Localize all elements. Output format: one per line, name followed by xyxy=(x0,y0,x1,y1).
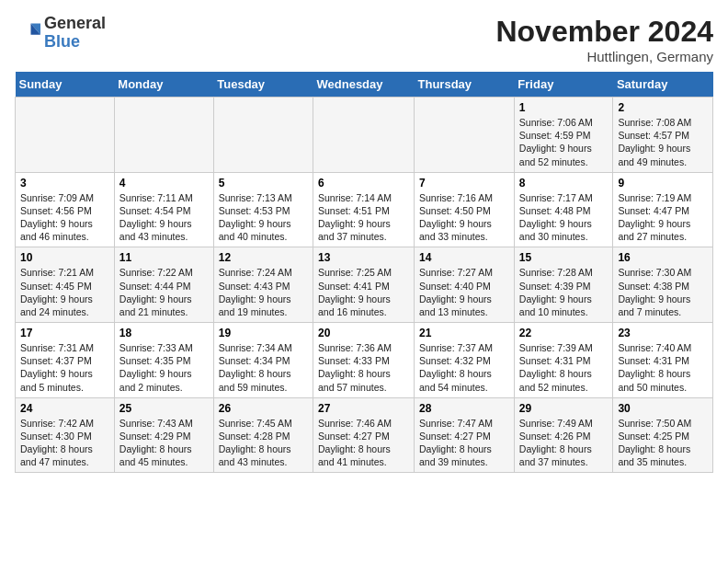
day-info: Sunrise: 7:45 AM Sunset: 4:28 PM Dayligh… xyxy=(219,417,308,469)
col-header-monday: Monday xyxy=(114,72,213,98)
day-number: 1 xyxy=(519,101,609,114)
day-cell: 21Sunrise: 7:37 AM Sunset: 4:32 PM Dayli… xyxy=(415,323,515,398)
day-cell: 25Sunrise: 7:43 AM Sunset: 4:29 PM Dayli… xyxy=(114,397,213,473)
day-cell: 2Sunrise: 7:08 AM Sunset: 4:57 PM Daylig… xyxy=(613,98,713,173)
day-cell: 14Sunrise: 7:27 AM Sunset: 4:40 PM Dayli… xyxy=(415,247,515,323)
logo-text: General Blue xyxy=(44,15,106,52)
day-info: Sunrise: 7:30 AM Sunset: 4:38 PM Dayligh… xyxy=(618,266,708,318)
day-number: 14 xyxy=(419,251,509,264)
day-info: Sunrise: 7:22 AM Sunset: 4:44 PM Dayligh… xyxy=(119,266,209,318)
day-number: 30 xyxy=(618,402,708,415)
page-header: General Blue November 2024 Huttlingen, G… xyxy=(15,15,713,64)
day-number: 16 xyxy=(618,251,708,264)
logo: General Blue xyxy=(15,15,106,52)
day-info: Sunrise: 7:33 AM Sunset: 4:35 PM Dayligh… xyxy=(119,341,209,394)
col-header-sunday: Sunday xyxy=(16,72,115,98)
day-cell: 11Sunrise: 7:22 AM Sunset: 4:44 PM Dayli… xyxy=(114,247,213,323)
day-number: 27 xyxy=(318,402,409,415)
day-cell: 7Sunrise: 7:16 AM Sunset: 4:50 PM Daylig… xyxy=(415,172,515,247)
col-header-saturday: Saturday xyxy=(613,72,713,98)
day-number: 24 xyxy=(20,402,109,415)
day-cell xyxy=(16,98,115,173)
day-info: Sunrise: 7:36 AM Sunset: 4:33 PM Dayligh… xyxy=(318,341,409,394)
month-title: November 2024 xyxy=(495,15,713,49)
day-number: 22 xyxy=(519,327,609,339)
day-number: 13 xyxy=(318,251,409,264)
col-header-thursday: Thursday xyxy=(415,72,515,98)
week-row-5: 24Sunrise: 7:42 AM Sunset: 4:30 PM Dayli… xyxy=(16,397,713,473)
day-info: Sunrise: 7:11 AM Sunset: 4:54 PM Dayligh… xyxy=(119,191,209,244)
day-cell xyxy=(213,98,313,173)
day-number: 4 xyxy=(119,177,209,190)
day-cell: 6Sunrise: 7:14 AM Sunset: 4:51 PM Daylig… xyxy=(313,172,415,247)
day-cell: 17Sunrise: 7:31 AM Sunset: 4:37 PM Dayli… xyxy=(16,323,115,398)
header-row: SundayMondayTuesdayWednesdayThursdayFrid… xyxy=(16,72,713,98)
day-number: 11 xyxy=(119,251,209,264)
day-cell: 29Sunrise: 7:49 AM Sunset: 4:26 PM Dayli… xyxy=(514,397,613,473)
col-header-wednesday: Wednesday xyxy=(313,72,415,98)
day-cell: 22Sunrise: 7:39 AM Sunset: 4:31 PM Dayli… xyxy=(514,323,613,398)
week-row-1: 1Sunrise: 7:06 AM Sunset: 4:59 PM Daylig… xyxy=(16,98,713,173)
day-cell: 12Sunrise: 7:24 AM Sunset: 4:43 PM Dayli… xyxy=(213,247,313,323)
title-block: November 2024 Huttlingen, Germany xyxy=(495,15,713,64)
logo-blue: Blue xyxy=(44,33,106,52)
day-number: 21 xyxy=(419,327,509,339)
day-number: 5 xyxy=(219,177,308,190)
day-number: 17 xyxy=(20,327,109,339)
day-info: Sunrise: 7:50 AM Sunset: 4:25 PM Dayligh… xyxy=(618,417,708,469)
day-info: Sunrise: 7:37 AM Sunset: 4:32 PM Dayligh… xyxy=(419,341,509,394)
day-number: 19 xyxy=(219,327,308,339)
col-header-tuesday: Tuesday xyxy=(213,72,313,98)
day-cell: 3Sunrise: 7:09 AM Sunset: 4:56 PM Daylig… xyxy=(16,172,115,247)
day-info: Sunrise: 7:13 AM Sunset: 4:53 PM Dayligh… xyxy=(219,191,308,244)
day-cell: 27Sunrise: 7:46 AM Sunset: 4:27 PM Dayli… xyxy=(313,397,415,473)
week-row-4: 17Sunrise: 7:31 AM Sunset: 4:37 PM Dayli… xyxy=(16,323,713,398)
day-number: 10 xyxy=(20,251,109,264)
day-number: 25 xyxy=(119,402,209,415)
day-info: Sunrise: 7:06 AM Sunset: 4:59 PM Dayligh… xyxy=(519,116,609,168)
day-number: 18 xyxy=(119,327,209,339)
day-cell: 16Sunrise: 7:30 AM Sunset: 4:38 PM Dayli… xyxy=(613,247,713,323)
day-number: 8 xyxy=(519,177,609,190)
day-number: 6 xyxy=(318,177,409,190)
day-number: 3 xyxy=(20,177,109,190)
day-number: 9 xyxy=(618,177,708,190)
week-row-2: 3Sunrise: 7:09 AM Sunset: 4:56 PM Daylig… xyxy=(16,172,713,247)
day-info: Sunrise: 7:27 AM Sunset: 4:40 PM Dayligh… xyxy=(419,266,509,318)
day-info: Sunrise: 7:47 AM Sunset: 4:27 PM Dayligh… xyxy=(419,417,509,469)
day-number: 28 xyxy=(419,402,509,415)
day-cell: 28Sunrise: 7:47 AM Sunset: 4:27 PM Dayli… xyxy=(415,397,515,473)
day-info: Sunrise: 7:46 AM Sunset: 4:27 PM Dayligh… xyxy=(318,417,409,469)
day-cell: 10Sunrise: 7:21 AM Sunset: 4:45 PM Dayli… xyxy=(16,247,115,323)
day-number: 7 xyxy=(419,177,509,190)
day-cell: 18Sunrise: 7:33 AM Sunset: 4:35 PM Dayli… xyxy=(114,323,213,398)
col-header-friday: Friday xyxy=(514,72,613,98)
day-info: Sunrise: 7:25 AM Sunset: 4:41 PM Dayligh… xyxy=(318,266,409,318)
day-number: 23 xyxy=(618,327,708,339)
day-info: Sunrise: 7:34 AM Sunset: 4:34 PM Dayligh… xyxy=(219,341,308,394)
day-info: Sunrise: 7:14 AM Sunset: 4:51 PM Dayligh… xyxy=(318,191,409,244)
day-cell: 8Sunrise: 7:17 AM Sunset: 4:48 PM Daylig… xyxy=(514,172,613,247)
day-cell: 9Sunrise: 7:19 AM Sunset: 4:47 PM Daylig… xyxy=(613,172,713,247)
day-info: Sunrise: 7:16 AM Sunset: 4:50 PM Dayligh… xyxy=(419,191,509,244)
day-cell: 23Sunrise: 7:40 AM Sunset: 4:31 PM Dayli… xyxy=(613,323,713,398)
day-info: Sunrise: 7:31 AM Sunset: 4:37 PM Dayligh… xyxy=(20,341,109,394)
day-info: Sunrise: 7:42 AM Sunset: 4:30 PM Dayligh… xyxy=(20,417,109,469)
day-cell: 26Sunrise: 7:45 AM Sunset: 4:28 PM Dayli… xyxy=(213,397,313,473)
calendar-table: SundayMondayTuesdayWednesdayThursdayFrid… xyxy=(15,72,713,473)
week-row-3: 10Sunrise: 7:21 AM Sunset: 4:45 PM Dayli… xyxy=(16,247,713,323)
day-cell: 13Sunrise: 7:25 AM Sunset: 4:41 PM Dayli… xyxy=(313,247,415,323)
day-info: Sunrise: 7:28 AM Sunset: 4:39 PM Dayligh… xyxy=(519,266,609,318)
day-cell: 24Sunrise: 7:42 AM Sunset: 4:30 PM Dayli… xyxy=(16,397,115,473)
day-number: 12 xyxy=(219,251,308,264)
day-info: Sunrise: 7:39 AM Sunset: 4:31 PM Dayligh… xyxy=(519,341,609,394)
day-info: Sunrise: 7:43 AM Sunset: 4:29 PM Dayligh… xyxy=(119,417,209,469)
day-info: Sunrise: 7:21 AM Sunset: 4:45 PM Dayligh… xyxy=(20,266,109,318)
day-cell: 5Sunrise: 7:13 AM Sunset: 4:53 PM Daylig… xyxy=(213,172,313,247)
logo-icon xyxy=(15,20,40,46)
day-cell: 20Sunrise: 7:36 AM Sunset: 4:33 PM Dayli… xyxy=(313,323,415,398)
day-number: 29 xyxy=(519,402,609,415)
logo-general: General xyxy=(44,15,106,33)
day-cell: 19Sunrise: 7:34 AM Sunset: 4:34 PM Dayli… xyxy=(213,323,313,398)
day-cell: 30Sunrise: 7:50 AM Sunset: 4:25 PM Dayli… xyxy=(613,397,713,473)
